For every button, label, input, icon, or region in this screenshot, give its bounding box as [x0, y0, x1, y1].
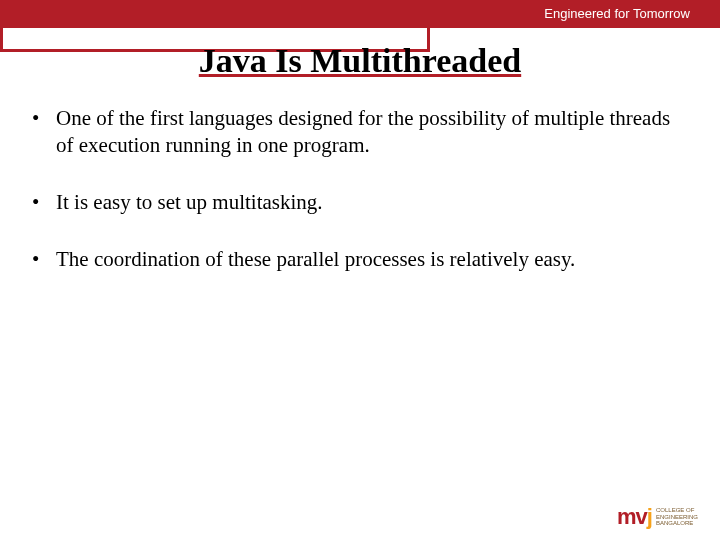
logo-mark: mvj [617, 504, 652, 530]
logo-letter: m [617, 504, 636, 529]
footer-logo: mvj COLLEGE OF ENGINEERING BANGALORE [617, 504, 698, 530]
slide-title: Java Is Multithreaded [0, 42, 720, 80]
logo-letter: j [647, 504, 652, 529]
list-item: It is easy to set up multitasking. [28, 189, 692, 216]
content-area: One of the first languages designed for … [28, 105, 692, 303]
logo-text-line: ENGINEERING [656, 514, 698, 521]
logo-text: COLLEGE OF ENGINEERING BANGALORE [656, 507, 698, 527]
logo-text-line: COLLEGE OF [656, 507, 698, 514]
bullet-list: One of the first languages designed for … [28, 105, 692, 273]
logo-text-line: BANGALORE [656, 520, 698, 527]
list-item: One of the first languages designed for … [28, 105, 692, 159]
list-item: The coordination of these parallel proce… [28, 246, 692, 273]
header-bar: Engineered for Tomorrow [0, 0, 720, 28]
logo-letter: v [636, 504, 647, 529]
tagline-text: Engineered for Tomorrow [544, 6, 690, 21]
